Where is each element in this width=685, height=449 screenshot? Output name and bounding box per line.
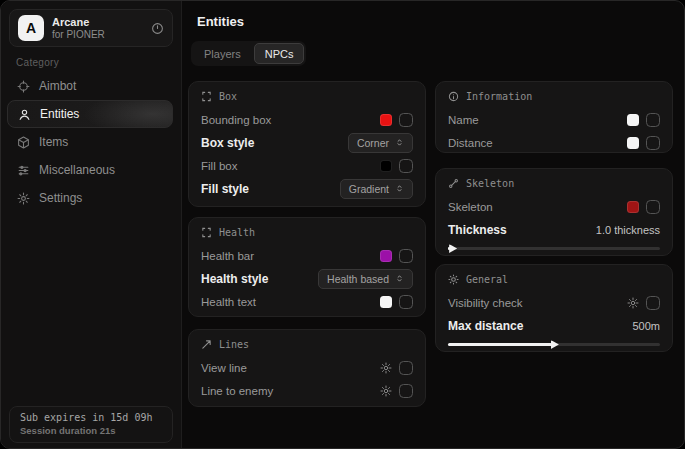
setting-row: Distance [448, 131, 660, 154]
setting-row: Health style Health based [201, 267, 413, 290]
unfold-icon [395, 184, 404, 193]
setting-row: Name [448, 108, 660, 131]
thickness-value: 1.0 thickness [596, 224, 660, 236]
unfold-icon [395, 138, 404, 147]
thickness-slider[interactable] [448, 247, 660, 250]
setting-row: Max distance 500m [448, 314, 660, 337]
sidebar-nav: Aimbot Entities Items [7, 72, 173, 212]
card-title: Lines [219, 339, 249, 350]
tab-npcs[interactable]: NPCs [254, 43, 305, 64]
power-icon[interactable] [151, 22, 164, 35]
row-label: Health bar [201, 250, 254, 262]
color-swatch[interactable] [627, 114, 639, 126]
checkbox[interactable] [646, 136, 660, 150]
corner-brackets-icon [201, 227, 212, 238]
person-icon [18, 108, 31, 121]
sidebar-item-aimbot[interactable]: Aimbot [7, 72, 173, 100]
fill-style-dropdown[interactable]: Gradient [340, 179, 413, 199]
color-swatch[interactable] [627, 137, 639, 149]
row-label: Fill box [201, 160, 237, 172]
row-label: Box style [201, 136, 254, 150]
color-swatch[interactable] [380, 296, 392, 308]
sidebar-item-settings[interactable]: Settings [7, 184, 173, 212]
row-label: Skeleton [448, 201, 493, 213]
corner-brackets-icon [201, 91, 212, 102]
diagonal-line-icon [201, 339, 212, 350]
row-label: Line to enemy [201, 385, 273, 397]
info-icon [448, 91, 459, 102]
color-swatch[interactable] [380, 160, 392, 172]
checkbox[interactable] [399, 113, 413, 127]
card-skeleton: Skeleton Skeleton Thickness 1.0 thicknes… [435, 168, 673, 256]
checkbox[interactable] [399, 249, 413, 263]
setting-row: Fill box [201, 154, 413, 177]
checkbox[interactable] [399, 361, 413, 375]
sidebar-item-label: Items [39, 135, 68, 149]
session-duration-text: Session duration 21s [20, 425, 162, 436]
setting-row: Fill style Gradient [201, 177, 413, 200]
card-title: Information [466, 91, 532, 102]
brand-card: A Arcane for PIONER [9, 9, 173, 47]
slider-thumb[interactable] [449, 244, 457, 253]
card-title: Skeleton [466, 178, 514, 189]
sidebar-item-label: Entities [40, 107, 79, 121]
sidebar-item-label: Miscellaneous [39, 163, 115, 177]
checkbox[interactable] [399, 384, 413, 398]
row-label: Fill style [201, 182, 249, 196]
checkbox[interactable] [399, 159, 413, 173]
color-swatch[interactable] [380, 114, 392, 126]
checkbox[interactable] [646, 200, 660, 214]
app-name: Arcane [52, 16, 143, 29]
sidebar-item-items[interactable]: Items [7, 128, 173, 156]
card-information: Information Name Distance [435, 81, 673, 153]
app-subtitle: for PIONER [52, 29, 143, 41]
row-label: Visibility check [448, 297, 523, 309]
gear-icon[interactable] [380, 385, 392, 397]
card-general: General Visibility check Max distance 50… [435, 264, 673, 352]
card-box: Box Bounding box Box style Corner Fill b… [188, 81, 426, 207]
tab-players[interactable]: Players [193, 43, 252, 64]
setting-row: Visibility check [448, 291, 660, 314]
category-label: Category [16, 57, 59, 68]
color-swatch[interactable] [627, 201, 639, 213]
row-label: Bounding box [201, 114, 271, 126]
card-lines: Lines View line Line to enemy [188, 329, 426, 407]
sidebar-item-label: Aimbot [39, 79, 76, 93]
row-label: Name [448, 114, 479, 126]
max-distance-slider[interactable] [448, 343, 660, 346]
row-label: Distance [448, 137, 493, 149]
checkbox[interactable] [646, 296, 660, 310]
setting-row: Skeleton [448, 195, 660, 218]
card-title: Box [219, 91, 237, 102]
setting-row: View line [201, 356, 413, 379]
card-health: Health Health bar Health style Health ba… [188, 217, 426, 317]
sub-expiry-text: Sub expires in 15d 09h [20, 412, 162, 423]
row-label: View line [201, 362, 247, 374]
sidebar-item-entities[interactable]: Entities [7, 100, 173, 128]
setting-row: Line to enemy [201, 379, 413, 402]
subscription-box: Sub expires in 15d 09h Session duration … [9, 406, 173, 443]
color-swatch[interactable] [380, 250, 392, 262]
health-style-dropdown[interactable]: Health based [318, 269, 413, 289]
sidebar: A Arcane for PIONER Category Aimbot [1, 1, 182, 448]
box-style-dropdown[interactable]: Corner [348, 133, 413, 153]
checkbox[interactable] [399, 295, 413, 309]
card-title: Health [219, 227, 255, 238]
gear-icon[interactable] [627, 297, 639, 309]
row-label: Health style [201, 272, 268, 286]
gear-icon [17, 192, 30, 205]
sidebar-item-miscellaneous[interactable]: Miscellaneous [7, 156, 173, 184]
bone-icon [448, 178, 459, 189]
setting-row: Health text [201, 290, 413, 313]
gear-icon[interactable] [380, 362, 392, 374]
crosshair-icon [17, 80, 30, 93]
slider-thumb[interactable] [551, 340, 559, 349]
row-label: Max distance [448, 319, 523, 333]
setting-row: Health bar [201, 244, 413, 267]
checkbox[interactable] [646, 113, 660, 127]
sun-icon [448, 274, 459, 285]
row-label: Thickness [448, 223, 507, 237]
setting-row: Box style Corner [201, 131, 413, 154]
card-title: General [466, 274, 508, 285]
sliders-icon [17, 164, 30, 177]
